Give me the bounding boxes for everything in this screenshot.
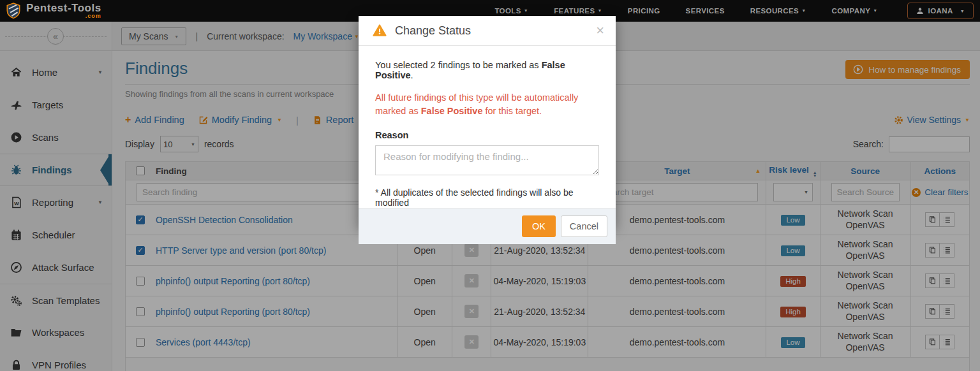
reason-textarea[interactable] <box>375 145 599 175</box>
chevron-down-icon: ▼ <box>873 8 877 13</box>
user-icon <box>916 7 924 15</box>
nav-item-services[interactable]: SERVICES <box>686 7 725 15</box>
shield-logo-icon <box>5 3 22 19</box>
nav-item-tools[interactable]: TOOLS▼ <box>494 7 528 15</box>
brand-name: Pentest-Tools <box>26 3 101 13</box>
duplicates-note: * All duplicates of the selected finding… <box>375 187 599 208</box>
auto-mark-warning: All future findings of this type will be… <box>375 91 599 118</box>
chevron-down-icon: ▼ <box>597 8 602 13</box>
chevron-down-icon: ▼ <box>801 8 806 13</box>
change-status-modal: Change Status × You selected 2 findings … <box>359 16 616 228</box>
selection-summary: You selected 2 findings to be marked as … <box>375 60 599 80</box>
ok-button[interactable]: OK <box>522 215 556 237</box>
close-icon[interactable]: × <box>596 24 604 38</box>
user-name: IOANA <box>928 7 953 15</box>
user-menu-button[interactable]: IOANA ▼ <box>907 3 974 19</box>
modal-title: Change Status <box>395 24 596 38</box>
chevron-down-icon: ▼ <box>960 9 965 13</box>
nav-item-pricing[interactable]: PRICING <box>628 7 660 15</box>
warning-triangle-icon <box>373 24 387 38</box>
chevron-down-icon: ▼ <box>524 8 528 13</box>
pentest-tools-logo[interactable]: Pentest-Tools .com <box>5 3 101 19</box>
nav-item-resources[interactable]: RESOURCES▼ <box>750 7 806 15</box>
nav-item-features[interactable]: FEATURES▼ <box>554 7 602 15</box>
cancel-button[interactable]: Cancel <box>561 215 607 237</box>
nav-item-company[interactable]: COMPANY▼ <box>832 7 878 15</box>
reason-label: Reason <box>375 130 599 140</box>
